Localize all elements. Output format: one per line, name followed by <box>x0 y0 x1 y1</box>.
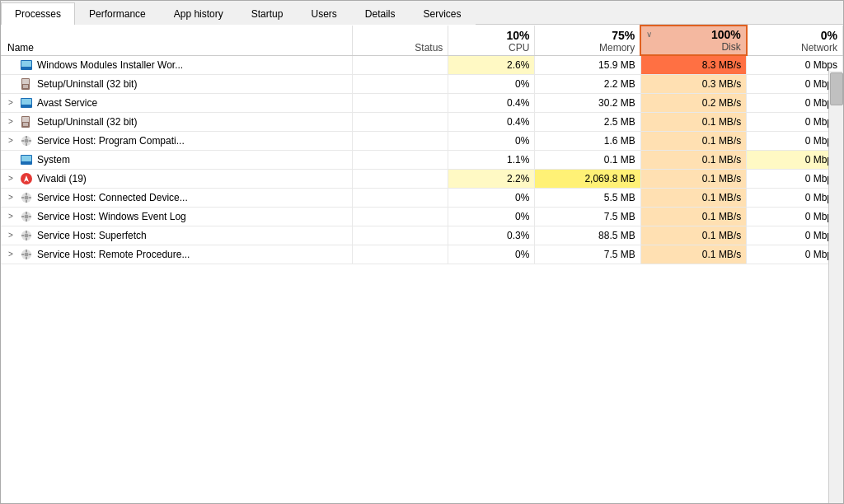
process-name-label: System <box>37 154 70 166</box>
process-memory-cell: 7.5 MB <box>535 245 640 264</box>
tab-users[interactable]: Users <box>297 2 350 25</box>
process-cpu-cell: 0% <box>448 188 535 207</box>
process-name-label: Setup/Uninstall (32 bit) <box>37 78 137 90</box>
expand-button[interactable]: > <box>6 212 16 222</box>
process-status-cell <box>352 112 448 131</box>
process-name-label: Service Host: Program Compati... <box>37 135 185 147</box>
process-memory-cell: 5.5 MB <box>535 188 640 207</box>
tab-performance[interactable]: Performance <box>75 2 160 25</box>
process-name-label: Avast Service <box>37 97 97 109</box>
svg-rect-45 <box>26 250 27 252</box>
table-row[interactable]: > Avast Service0.4%30.2 MB0.2 MB/s0 Mbps <box>1 93 843 112</box>
process-name-cell: > Service Host: Windows Event Log <box>1 207 352 226</box>
col-name-label: Name <box>7 42 347 54</box>
process-name-label: Vivaldi (19) <box>37 173 87 184</box>
col-header-network[interactable]: 0% Network <box>747 26 843 55</box>
process-disk-cell: 0.2 MB/s <box>640 93 746 112</box>
process-name-cell: > Vivaldi (19) <box>1 169 352 188</box>
tab-processes[interactable]: Processes <box>1 2 75 25</box>
process-status-cell <box>352 93 448 112</box>
svg-rect-39 <box>26 231 27 233</box>
process-icon <box>20 77 33 91</box>
cpu-percent: 10% <box>453 29 529 42</box>
table-row[interactable]: > Service Host: Superfetch0.3%88.5 MB0.1… <box>1 226 843 245</box>
svg-rect-18 <box>21 140 24 142</box>
svg-rect-40 <box>26 238 27 240</box>
tab-bar: Processes Performance App history Startu… <box>1 1 843 25</box>
svg-point-38 <box>25 233 29 237</box>
svg-rect-16 <box>26 136 27 138</box>
process-icon <box>20 191 33 204</box>
expand-button[interactable]: > <box>6 117 16 127</box>
process-status-cell <box>352 245 448 264</box>
memory-percent: 75% <box>540 29 635 42</box>
process-status-cell <box>352 188 448 207</box>
expand-button[interactable]: > <box>6 174 16 184</box>
process-cpu-cell: 0.4% <box>448 93 535 112</box>
tab-app-history[interactable]: App history <box>160 2 237 25</box>
svg-rect-35 <box>21 216 24 217</box>
expand-button[interactable]: > <box>6 193 16 203</box>
table-row[interactable]: > Setup/Uninstall (32 bit)0.4%2.5 MB0.1 … <box>1 112 843 131</box>
process-cpu-cell: 0% <box>448 74 535 93</box>
expand-button[interactable]: > <box>6 231 16 240</box>
process-name-cell: > Service Host: Program Compati... <box>1 131 352 150</box>
table-row[interactable]: > Vivaldi (19)2.2%2,069.8 MB0.1 MB/s0 Mb… <box>1 169 843 188</box>
process-status-cell <box>352 131 448 150</box>
tab-details[interactable]: Details <box>351 2 410 25</box>
process-memory-cell: 1.6 MB <box>535 131 640 150</box>
disk-label: Disk <box>646 41 740 53</box>
svg-point-44 <box>25 252 29 256</box>
process-cpu-cell: 0.3% <box>448 226 535 245</box>
process-disk-cell: 0.1 MB/s <box>640 131 746 150</box>
svg-rect-11 <box>22 117 29 122</box>
table-row[interactable]: > Service Host: Remote Procedure...0%7.5… <box>1 245 843 264</box>
process-memory-cell: 0.1 MB <box>535 150 640 169</box>
table-row[interactable]: > Service Host: Connected Device...0%5.5… <box>1 188 843 207</box>
svg-rect-36 <box>29 216 31 217</box>
process-icon <box>20 172 33 185</box>
col-header-memory[interactable]: 75% Memory <box>535 26 640 55</box>
svg-rect-27 <box>26 193 27 195</box>
scrollbar-track[interactable] <box>828 71 843 503</box>
process-icon <box>20 58 33 72</box>
svg-rect-47 <box>21 254 24 255</box>
expand-button[interactable]: > <box>6 136 16 146</box>
col-header-cpu[interactable]: 10% CPU <box>448 26 535 55</box>
col-header-name[interactable]: Name <box>1 26 352 55</box>
process-icon <box>20 96 33 110</box>
process-name-cell: > Avast Service <box>1 93 352 112</box>
process-disk-cell: 0.3 MB/s <box>640 74 746 93</box>
svg-rect-17 <box>26 143 27 146</box>
expand-button[interactable]: > <box>6 98 16 108</box>
svg-rect-30 <box>29 197 31 198</box>
tab-services[interactable]: Services <box>410 2 476 25</box>
process-name-label: Service Host: Connected Device... <box>37 192 188 203</box>
expand-button[interactable]: > <box>6 250 16 259</box>
svg-rect-46 <box>26 257 27 259</box>
process-disk-cell: 0.1 MB/s <box>640 188 746 207</box>
tab-startup[interactable]: Startup <box>237 2 298 25</box>
process-icon <box>20 115 33 128</box>
scrollbar-thumb[interactable] <box>830 72 843 105</box>
table-body: Windows Modules Installer Wor...2.6%15.9… <box>1 55 843 264</box>
col-header-disk[interactable]: 100% Disk <box>640 26 746 55</box>
cpu-label: CPU <box>453 42 529 54</box>
table-row[interactable]: > Service Host: Windows Event Log0%7.5 M… <box>1 207 843 226</box>
process-cpu-cell: 1.1% <box>448 150 535 169</box>
table-row[interactable]: System1.1%0.1 MB0.1 MB/s0 Mbps <box>1 150 843 169</box>
process-name-cell: System <box>1 150 352 169</box>
processes-table: Name Status 10% CPU 75% Memory 100% <box>1 25 843 264</box>
svg-point-32 <box>25 214 29 218</box>
table-row[interactable]: > Service Host: Program Compati...0%1.6 … <box>1 131 843 150</box>
col-header-status[interactable]: Status <box>352 26 448 55</box>
process-cpu-cell: 0.4% <box>448 112 535 131</box>
table-row[interactable]: Setup/Uninstall (32 bit)0%2.2 MB0.3 MB/s… <box>1 74 843 93</box>
process-status-cell <box>352 207 448 226</box>
process-name-label: Service Host: Remote Procedure... <box>37 249 190 260</box>
process-name-label: Windows Modules Installer Wor... <box>37 59 183 71</box>
table-row[interactable]: Windows Modules Installer Wor...2.6%15.9… <box>1 55 843 74</box>
process-icon <box>20 134 33 147</box>
process-name-label: Service Host: Superfetch <box>37 230 147 241</box>
table-header: Name Status 10% CPU 75% Memory 100% <box>1 26 843 55</box>
